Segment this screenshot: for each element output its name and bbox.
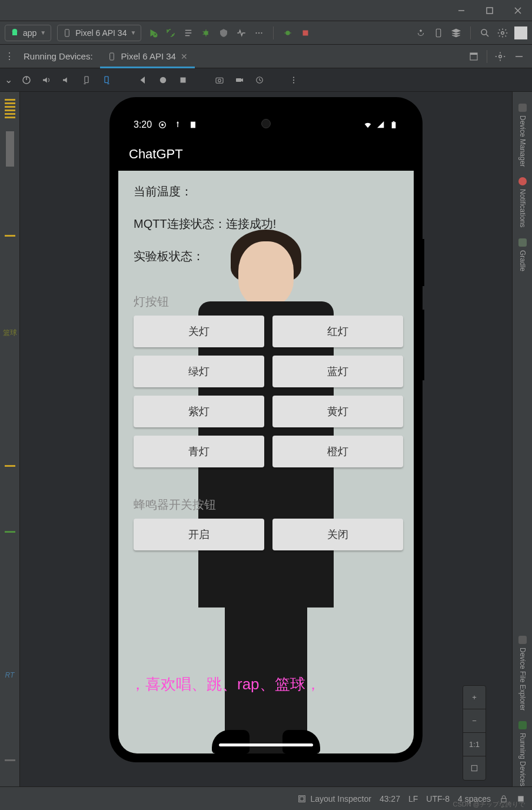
svg-rect-1 [487, 8, 493, 14]
running-devices-tab-bar: ⋮ Running Devices: Pixel 6 API 34 ✕ [0, 45, 532, 68]
device-file-explorer-tab[interactable]: Device File Explorer [518, 636, 527, 711]
more-icon[interactable] [288, 74, 300, 86]
svg-point-32 [293, 79, 294, 80]
power-icon[interactable] [21, 74, 32, 86]
settings-icon[interactable] [497, 27, 508, 39]
record-icon[interactable] [234, 74, 245, 86]
zoom-fit-button[interactable]: 1:1 [463, 733, 486, 756]
svg-rect-37 [392, 122, 396, 128]
maximize-button[interactable] [480, 1, 499, 20]
zoom-controls: + − 1:1 [463, 685, 486, 781]
debug-button[interactable] [200, 27, 212, 39]
run-button[interactable] [147, 27, 159, 39]
sdk-manager-icon[interactable] [450, 27, 462, 39]
zoom-actual-button[interactable] [463, 756, 486, 780]
svg-rect-39 [471, 765, 477, 771]
avd-manager-icon[interactable] [433, 27, 444, 39]
layout-inspector-button[interactable]: Layout Inspector [297, 794, 371, 804]
overview-icon[interactable] [177, 74, 189, 86]
svg-rect-4 [12, 32, 17, 35]
gutter-marks [5, 99, 15, 118]
light-cyan-button[interactable]: 青灯 [134, 436, 264, 467]
rotate-right-icon[interactable] [101, 74, 112, 86]
light-red-button[interactable]: 红灯 [272, 316, 403, 347]
light-orange-button[interactable]: 橙灯 [272, 436, 403, 467]
main-toolbar: app ▼ Pixel 6 API 34 ▼ [0, 21, 532, 45]
close-tab-icon[interactable]: ✕ [181, 52, 188, 61]
panel-settings-icon[interactable] [494, 51, 506, 62]
running-devices-tab[interactable]: Running Devices [518, 721, 527, 786]
watermark: CSDN @チップな誇りで [453, 800, 525, 809]
device-selector[interactable]: Pixel 6 API 34 ▼ [57, 25, 141, 41]
light-yellow-button[interactable]: 黄灯 [272, 396, 403, 427]
home-icon[interactable] [157, 74, 169, 86]
cursor-position[interactable]: 43:27 [380, 794, 400, 804]
window-titlebar [0, 0, 532, 21]
volume-down-icon[interactable] [61, 74, 72, 86]
gutter-mark [5, 759, 15, 761]
gesture-bar[interactable] [219, 743, 313, 746]
status-icon [188, 120, 198, 130]
svg-point-35 [161, 124, 164, 126]
minimize-button[interactable] [452, 1, 471, 20]
profiler-button[interactable] [235, 27, 247, 39]
bell-icon [518, 177, 527, 185]
device-name: Pixel 6 API 34 [75, 28, 127, 38]
signal-icon [376, 120, 385, 130]
svg-point-6 [153, 33, 158, 38]
attach-debugger-button[interactable] [282, 27, 294, 39]
app-title: ChatGPT [129, 147, 183, 162]
gutter-mark [5, 531, 15, 533]
phone-frame: 3:20 ChatGPT [110, 98, 422, 762]
status-icon [173, 120, 182, 130]
chevron-down-icon[interactable]: ⌄ [5, 74, 12, 85]
more-actions-icon[interactable] [253, 27, 265, 39]
svg-point-20 [499, 55, 502, 58]
temperature-label: 当前温度： [134, 184, 403, 200]
search-icon[interactable] [479, 27, 491, 39]
svg-point-33 [293, 82, 294, 83]
sync-gradle-icon[interactable] [415, 27, 427, 39]
tab-label: Pixel 6 API 34 [121, 51, 176, 61]
buzzer-off-button[interactable]: 关闭 [272, 519, 403, 550]
phone-screen[interactable]: 3:20 ChatGPT [118, 106, 414, 753]
avatar[interactable] [514, 26, 527, 39]
gradle-tab[interactable]: Gradle [518, 238, 527, 271]
light-off-button[interactable]: 关灯 [134, 316, 264, 347]
light-purple-button[interactable]: 紫灯 [134, 396, 264, 427]
device-manager-tab[interactable]: Device Manager [518, 104, 527, 167]
line-ending[interactable]: LF [408, 794, 418, 804]
apply-changes-button[interactable] [165, 27, 177, 39]
scrollbar-thumb[interactable] [6, 131, 14, 167]
light-green-button[interactable]: 绿灯 [134, 356, 264, 387]
coverage-button[interactable] [218, 27, 230, 39]
gutter-text-rt: RT [5, 671, 15, 679]
file-encoding[interactable]: UTF-8 [426, 794, 450, 804]
code-changes-button[interactable] [182, 27, 194, 39]
zoom-in-button[interactable]: + [463, 686, 486, 709]
marquee-text: ，喜欢唱、跳、rap、篮球， [118, 674, 414, 695]
stop-button[interactable] [300, 27, 311, 39]
module-selector[interactable]: app ▼ [5, 25, 51, 41]
window-mode-icon[interactable] [468, 51, 480, 62]
separator [487, 50, 487, 63]
close-button[interactable] [508, 1, 527, 20]
notifications-tab[interactable]: Notifications [518, 177, 527, 227]
back-icon[interactable] [137, 74, 149, 86]
zoom-out-button[interactable]: − [463, 709, 486, 733]
svg-point-10 [261, 32, 262, 33]
buzzer-on-button[interactable]: 开启 [134, 519, 264, 550]
menu-icon[interactable]: ⋮ [2, 51, 16, 62]
svg-point-14 [481, 29, 487, 35]
screenshot-icon[interactable] [214, 74, 225, 86]
light-blue-button[interactable]: 蓝灯 [272, 356, 403, 387]
emulator-tab[interactable]: Pixel 6 API 34 ✕ [100, 45, 195, 68]
rotate-left-icon[interactable] [81, 74, 92, 86]
device-manager-icon [518, 104, 527, 112]
snapshot-icon[interactable] [254, 74, 265, 86]
svg-rect-13 [436, 29, 441, 37]
svg-point-31 [293, 77, 294, 78]
svg-rect-38 [393, 121, 395, 122]
volume-up-icon[interactable] [41, 74, 52, 86]
hide-panel-icon[interactable] [513, 51, 525, 62]
